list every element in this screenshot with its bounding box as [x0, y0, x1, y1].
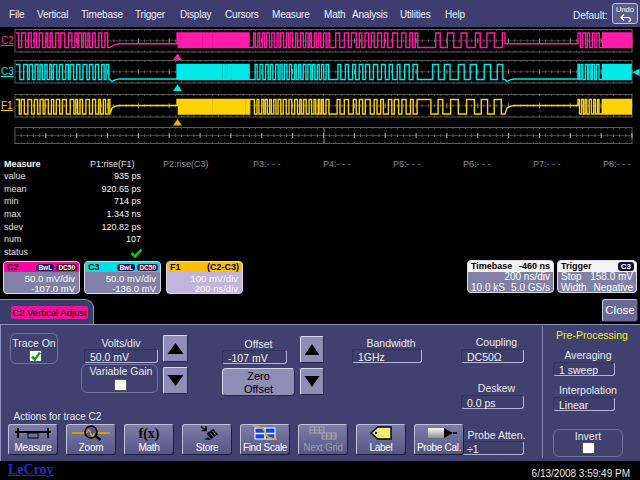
svg-text:C3: C3 [1, 66, 14, 77]
svg-text:C2: C2 [1, 35, 14, 46]
svg-text:F1: F1 [1, 100, 13, 111]
svg-text:f(x): f(x) [139, 426, 160, 441]
